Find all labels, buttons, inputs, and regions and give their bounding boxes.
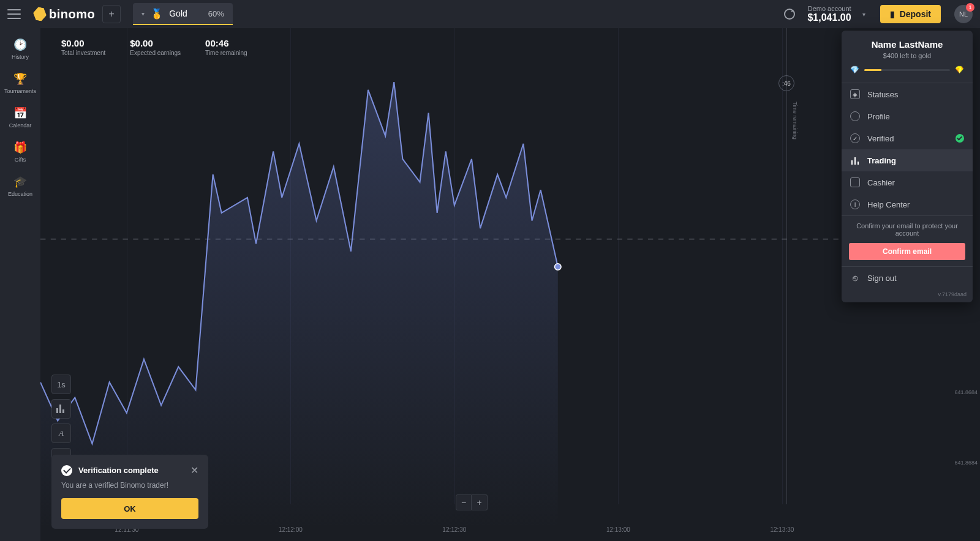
check-icon: ✓	[850, 133, 860, 143]
account-balance-block[interactable]: Demo account $1,041.00	[807, 5, 851, 23]
check-circle-icon	[61, 465, 72, 476]
main-area: $0.00 Total investment $0.00 Expected ea…	[40, 28, 980, 541]
verification-toast: Verification complete ✕ You are a verifi…	[51, 455, 208, 529]
sidebar-item-gifts[interactable]: 🎁 Gifts	[13, 141, 27, 163]
account-balance-value: $1,041.00	[807, 12, 851, 23]
zoom-in-button[interactable]: +	[472, 494, 488, 510]
deposit-button[interactable]: ▮ Deposit	[880, 5, 941, 23]
account-dropdown: Name LastName $400 left to gold 💎 💎 ◈ St…	[842, 31, 973, 302]
toast-title: Verification complete	[78, 466, 184, 475]
indicators-button[interactable]: A	[51, 423, 71, 443]
interval-button[interactable]: 1s	[51, 375, 71, 394]
panel-item-verified[interactable]: ✓ Verified	[842, 127, 973, 149]
deposit-label: Deposit	[900, 9, 931, 19]
toast-ok-button[interactable]: OK	[61, 498, 198, 519]
panel-item-profile[interactable]: Profile	[842, 105, 973, 127]
left-sidebar: 🕑 History 🏆 Tournaments 📅 Calendar 🎁 Gif…	[0, 28, 40, 541]
chart-tools: 1s A ✎	[51, 375, 71, 468]
folder-icon	[850, 177, 860, 187]
panel-item-cashier[interactable]: Cashier	[842, 171, 973, 193]
sidebar-item-tournaments[interactable]: 🏆 Tournaments	[4, 72, 36, 94]
status-progress	[864, 69, 950, 71]
close-icon[interactable]: ✕	[190, 465, 198, 476]
add-asset-button[interactable]: +	[102, 5, 121, 23]
y-axis-tick: 641.8684	[954, 460, 978, 466]
menu-icon[interactable]	[7, 9, 21, 19]
chevron-down-icon: ▾	[141, 10, 145, 17]
asset-name: Gold	[169, 9, 187, 18]
wallet-icon: ▮	[890, 9, 895, 19]
zoom-control: − +	[456, 494, 488, 510]
user-icon	[850, 111, 860, 121]
panel-item-signout[interactable]: ⎋ Sign out	[842, 267, 973, 289]
panel-username: Name LastName	[850, 39, 964, 50]
confirm-email-message: Confirm your email to protect your accou…	[842, 216, 973, 243]
sidebar-item-history[interactable]: 🕑 History	[12, 38, 29, 60]
trophy-icon: 🏆	[13, 72, 27, 86]
refresh-icon[interactable]	[784, 9, 795, 20]
panel-item-statuses[interactable]: ◈ Statuses	[842, 83, 973, 105]
svg-point-1	[555, 264, 562, 270]
chart-type-button[interactable]	[51, 399, 71, 419]
version-label: v.7179daad	[842, 289, 973, 302]
asset-icon: 🥇	[151, 8, 163, 20]
diamond-gold-icon: 💎	[955, 65, 964, 74]
history-icon: 🕑	[13, 38, 27, 51]
panel-item-trading[interactable]: Trading	[842, 149, 973, 171]
notification-badge: 1	[966, 3, 974, 12]
avatar[interactable]: NL 1	[954, 5, 973, 23]
toast-body: You are a verified Binomo trader!	[61, 481, 198, 490]
zoom-out-button[interactable]: −	[456, 494, 472, 510]
top-bar: binomo + ▾ 🥇 Gold 60% Demo account $1,04…	[0, 0, 980, 28]
panel-item-help[interactable]: i Help Center	[842, 193, 973, 215]
asset-tab[interactable]: ▾ 🥇 Gold 60%	[133, 3, 233, 25]
logo[interactable]: binomo	[33, 7, 95, 21]
verified-badge-icon	[956, 134, 964, 143]
sidebar-item-education[interactable]: 🎓 Education	[8, 175, 32, 197]
logo-mark-icon	[32, 6, 47, 21]
bars-icon	[850, 155, 860, 165]
account-type-label: Demo account	[807, 5, 851, 12]
calendar-icon: 📅	[13, 106, 27, 120]
panel-gold-progress-text: $400 left to gold	[850, 52, 964, 59]
y-axis-tick: 641.8684	[954, 389, 978, 395]
info-icon: i	[850, 200, 860, 209]
signout-icon: ⎋	[850, 273, 860, 283]
avatar-initials: NL	[959, 10, 968, 18]
confirm-email-button[interactable]: Confirm email	[849, 243, 965, 260]
diamond-icon: ◈	[850, 89, 860, 99]
gift-icon: 🎁	[13, 141, 27, 154]
asset-payout: 60%	[208, 9, 224, 18]
sidebar-item-calendar[interactable]: 📅 Calendar	[9, 106, 32, 129]
diamond-silver-icon: 💎	[850, 65, 859, 74]
chevron-down-icon[interactable]: ▾	[862, 11, 865, 18]
education-icon: 🎓	[13, 175, 27, 188]
logo-text: binomo	[49, 7, 95, 21]
